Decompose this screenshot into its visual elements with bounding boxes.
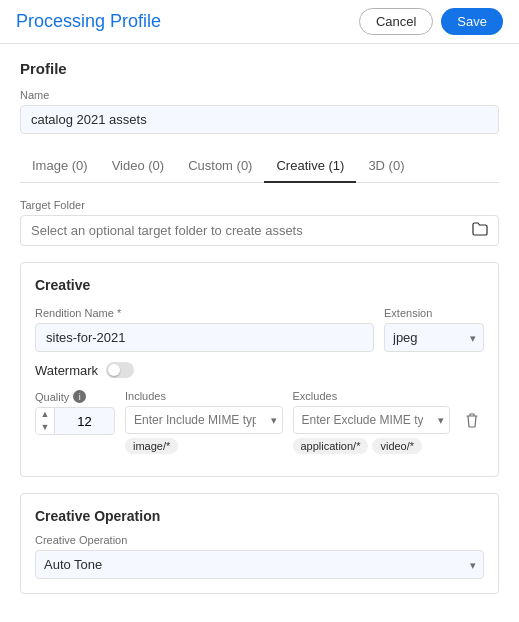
rendition-row: Rendition Name * Extension jpeg png gif …: [35, 307, 484, 352]
excludes-tag-0: application/*: [293, 438, 369, 454]
save-button[interactable]: Save: [441, 8, 503, 35]
rendition-name-label: Rendition Name *: [35, 307, 374, 319]
tab-3d[interactable]: 3D (0): [356, 150, 416, 183]
creative-op-select-wrap: Auto Tone Auto Color Auto Contrast None: [35, 550, 484, 579]
tab-image[interactable]: Image (0): [20, 150, 100, 183]
excludes-dropdown-button[interactable]: ▾: [438, 414, 444, 427]
page-title: Processing Profile: [16, 11, 161, 32]
creative-section: Creative Rendition Name * Extension jpeg…: [20, 262, 499, 477]
quality-includes-excludes-row: Quality i ▲ ▼ Includes ▾: [35, 390, 484, 454]
extension-select-wrap: jpeg png gif webp: [384, 323, 484, 352]
stepper-up-button[interactable]: ▲: [36, 408, 54, 421]
rendition-name-input[interactable]: [35, 323, 374, 352]
main-content: Profile Name Image (0) Video (0) Custom …: [0, 44, 519, 622]
quality-stepper: ▲ ▼: [35, 407, 115, 435]
extension-select[interactable]: jpeg png gif webp: [384, 323, 484, 352]
excludes-input-wrap: ▾: [293, 406, 451, 434]
excludes-mime-input[interactable]: [293, 406, 451, 434]
excludes-tags: application/* video/*: [293, 438, 451, 454]
tabs-bar: Image (0) Video (0) Custom (0) Creative …: [20, 150, 499, 183]
quality-label: Quality: [35, 391, 69, 403]
stepper-down-button[interactable]: ▼: [36, 421, 54, 434]
profile-section-title: Profile: [20, 60, 499, 77]
extension-label: Extension: [384, 307, 484, 319]
quality-info-icon[interactable]: i: [73, 390, 86, 403]
tab-custom[interactable]: Custom (0): [176, 150, 264, 183]
tab-creative[interactable]: Creative (1): [264, 150, 356, 183]
target-folder-input[interactable]: [21, 216, 462, 245]
quality-label-row: Quality i: [35, 390, 115, 403]
name-input[interactable]: [20, 105, 499, 134]
profile-section: Profile Name: [20, 60, 499, 134]
creative-op-select[interactable]: Auto Tone Auto Color Auto Contrast None: [35, 550, 484, 579]
includes-wrap: Includes ▾ image/*: [125, 390, 283, 454]
delete-row-icon[interactable]: [460, 411, 484, 433]
includes-tag-0: image/*: [125, 438, 178, 454]
name-label: Name: [20, 89, 499, 101]
creative-operation-title: Creative Operation: [35, 508, 484, 524]
includes-dropdown-button[interactable]: ▾: [271, 414, 277, 427]
includes-input-wrap: ▾: [125, 406, 283, 434]
excludes-label-row: Excludes: [293, 390, 451, 402]
cancel-button[interactable]: Cancel: [359, 8, 433, 35]
creative-title: Creative: [35, 277, 484, 293]
stepper-buttons: ▲ ▼: [36, 408, 55, 434]
header: Processing Profile Cancel Save: [0, 0, 519, 44]
header-actions: Cancel Save: [359, 8, 503, 35]
excludes-label: Excludes: [293, 390, 338, 402]
includes-label-row: Includes: [125, 390, 283, 402]
target-folder-label: Target Folder: [20, 199, 499, 211]
target-folder-input-wrap: [20, 215, 499, 246]
excludes-wrap: Excludes ▾ application/* video/*: [293, 390, 451, 454]
includes-tags: image/*: [125, 438, 283, 454]
excludes-tag-1: video/*: [372, 438, 422, 454]
watermark-toggle[interactable]: [106, 362, 134, 378]
creative-operation-section: Creative Operation Creative Operation Au…: [20, 493, 499, 594]
folder-icon[interactable]: [462, 216, 498, 245]
quality-value-input[interactable]: [55, 410, 114, 433]
extension-wrap: Extension jpeg png gif webp: [384, 307, 484, 352]
watermark-label: Watermark: [35, 363, 98, 378]
creative-op-field-label: Creative Operation: [35, 534, 484, 546]
target-folder-section: Target Folder: [20, 199, 499, 246]
quality-wrap: Quality i ▲ ▼: [35, 390, 115, 435]
includes-label: Includes: [125, 390, 166, 402]
tab-video[interactable]: Video (0): [100, 150, 177, 183]
includes-mime-input[interactable]: [125, 406, 283, 434]
rendition-name-wrap: Rendition Name *: [35, 307, 374, 352]
watermark-row: Watermark: [35, 362, 484, 378]
